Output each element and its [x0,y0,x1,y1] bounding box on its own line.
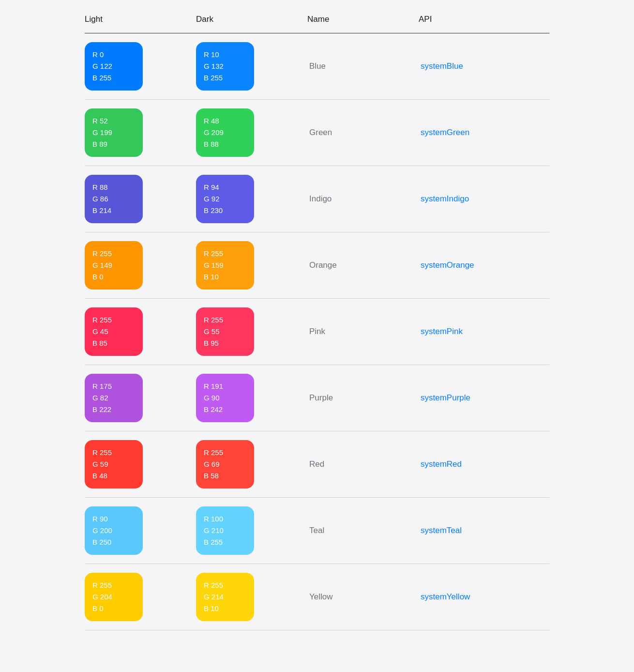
swatch-dark-purple: R 191G 90B 242 [196,374,254,422]
swatch-light-text: R 255G 59B 48 [92,447,112,482]
color-name-label: Yellow [307,592,333,602]
swatch-dark-teal: R 100G 210B 255 [196,506,254,555]
swatch-dark-text: R 191G 90B 242 [204,381,223,415]
swatch-dark-red: R 255G 69B 58 [196,440,254,489]
color-name-label: Pink [307,327,325,336]
cell-dark-red: R 255G 69B 58 [196,440,307,489]
cell-light-yellow: R 255G 204B 0 [85,573,196,621]
table-row: R 88G 86B 214R 94G 92B 230IndigosystemIn… [85,166,549,232]
cell-dark-indigo: R 94G 92B 230 [196,175,307,223]
swatch-light-text: R 88G 86B 214 [92,182,111,216]
swatch-light-text: R 255G 149B 0 [92,248,112,283]
color-name-label: Indigo [307,194,332,204]
swatch-light-text: R 175G 82B 222 [92,381,112,415]
cell-light-blue: R 0G 122B 255 [85,42,196,91]
swatch-dark-text: R 255G 55B 95 [204,314,223,349]
swatch-dark-blue: R 10G 132B 255 [196,42,254,91]
header-name: Name [307,15,419,28]
swatch-light-text: R 255G 204B 0 [92,580,112,614]
cell-light-pink: R 255G 45B 85 [85,307,196,356]
cell-dark-blue: R 10G 132B 255 [196,42,307,91]
swatch-light-text: R 255G 45B 85 [92,314,112,349]
swatch-dark-text: R 255G 214B 10 [204,580,224,614]
api-name-label: systemTeal [419,526,462,535]
table-row: R 255G 204B 0R 255G 214B 10YellowsystemY… [85,564,549,630]
cell-api-green: systemGreen [419,128,530,137]
cell-api-yellow: systemYellow [419,592,530,602]
swatch-dark-text: R 100G 210B 255 [204,513,224,548]
api-name-label: systemIndigo [419,194,469,204]
table-row: R 255G 59B 48R 255G 69B 58RedsystemRed [85,431,549,498]
cell-light-green: R 52G 199B 89 [85,108,196,157]
table-row: R 255G 45B 85R 255G 55B 95PinksystemPink [85,299,549,365]
table-row: R 0G 122B 255R 10G 132B 255BluesystemBlu… [85,33,549,100]
cell-name-green: Green [307,128,419,137]
swatch-dark-indigo: R 94G 92B 230 [196,175,254,223]
cell-api-indigo: systemIndigo [419,194,530,204]
color-name-label: Orange [307,260,337,270]
swatch-light-orange: R 255G 149B 0 [85,241,143,290]
cell-api-blue: systemBlue [419,61,530,71]
swatch-light-text: R 90G 200B 250 [92,513,112,548]
swatch-light-text: R 52G 199B 89 [92,115,112,150]
cell-api-red: systemRed [419,459,530,469]
cell-name-yellow: Yellow [307,592,419,602]
swatch-dark-text: R 255G 69B 58 [204,447,223,482]
cell-light-teal: R 90G 200B 250 [85,506,196,555]
swatch-light-indigo: R 88G 86B 214 [85,175,143,223]
swatch-dark-green: R 48G 209B 88 [196,108,254,157]
cell-dark-orange: R 255G 159B 10 [196,241,307,290]
cell-name-teal: Teal [307,526,419,535]
cell-dark-purple: R 191G 90B 242 [196,374,307,422]
cell-api-teal: systemTeal [419,526,530,535]
cell-dark-green: R 48G 209B 88 [196,108,307,157]
api-name-label: systemYellow [419,592,470,602]
color-name-label: Purple [307,393,333,403]
swatch-dark-text: R 94G 92B 230 [204,182,223,216]
cell-name-orange: Orange [307,260,419,270]
cell-api-orange: systemOrange [419,260,530,270]
api-name-label: systemPurple [419,393,470,403]
swatch-dark-pink: R 255G 55B 95 [196,307,254,356]
swatch-dark-text: R 10G 132B 255 [204,49,224,84]
table-row: R 52G 199B 89R 48G 209B 88GreensystemGre… [85,100,549,166]
cell-dark-pink: R 255G 55B 95 [196,307,307,356]
color-table: Light Dark Name API R 0G 122B 255R 10G 1… [85,15,549,630]
swatch-light-pink: R 255G 45B 85 [85,307,143,356]
cell-name-pink: Pink [307,327,419,336]
cell-name-indigo: Indigo [307,194,419,204]
header-api: API [419,15,530,28]
api-name-label: systemGreen [419,128,469,137]
api-name-label: systemRed [419,459,462,469]
header-light: Light [85,15,196,28]
cell-name-red: Red [307,459,419,469]
cell-api-purple: systemPurple [419,393,530,403]
swatch-light-text: R 0G 122B 255 [92,49,112,84]
cell-dark-teal: R 100G 210B 255 [196,506,307,555]
swatch-light-green: R 52G 199B 89 [85,108,143,157]
color-name-label: Green [307,128,332,137]
swatch-dark-yellow: R 255G 214B 10 [196,573,254,621]
api-name-label: systemBlue [419,61,463,71]
cell-name-blue: Blue [307,61,419,71]
api-name-label: systemOrange [419,260,474,270]
table-row: R 90G 200B 250R 100G 210B 255TealsystemT… [85,498,549,564]
swatch-light-purple: R 175G 82B 222 [85,374,143,422]
swatch-light-teal: R 90G 200B 250 [85,506,143,555]
cell-light-purple: R 175G 82B 222 [85,374,196,422]
color-name-label: Red [307,459,324,469]
swatch-dark-orange: R 255G 159B 10 [196,241,254,290]
color-name-label: Blue [307,61,326,71]
table-header: Light Dark Name API [85,15,549,33]
swatch-dark-text: R 255G 159B 10 [204,248,224,283]
table-body: R 0G 122B 255R 10G 132B 255BluesystemBlu… [85,33,549,630]
cell-light-orange: R 255G 149B 0 [85,241,196,290]
api-name-label: systemPink [419,327,463,336]
cell-api-pink: systemPink [419,327,530,336]
cell-light-indigo: R 88G 86B 214 [85,175,196,223]
swatch-light-blue: R 0G 122B 255 [85,42,143,91]
table-row: R 255G 149B 0R 255G 159B 10OrangesystemO… [85,232,549,299]
swatch-light-yellow: R 255G 204B 0 [85,573,143,621]
header-dark: Dark [196,15,307,28]
table-row: R 175G 82B 222R 191G 90B 242Purplesystem… [85,365,549,431]
